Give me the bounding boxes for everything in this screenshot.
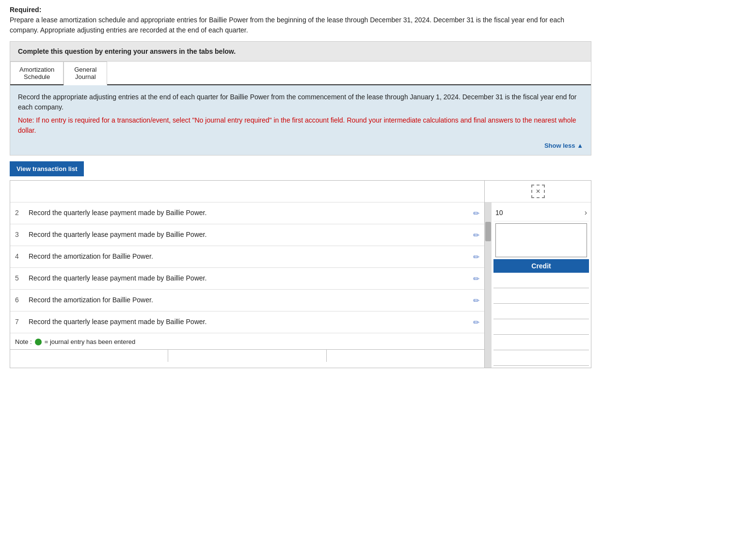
- row-desc-2: Record the quarterly lease payment made …: [24, 202, 468, 224]
- number-display-area: 10 › Credit: [492, 202, 591, 368]
- row-desc-7: Record the quarterly lease payment made …: [24, 311, 468, 333]
- scroll-area: 10 › Credit: [485, 202, 591, 368]
- tabs-container: Amortization Schedule General Journal Re…: [10, 62, 591, 156]
- row-desc-6: Record the amortization for Baillie Powe…: [24, 290, 468, 311]
- row-edit-4[interactable]: ✏: [468, 246, 484, 268]
- required-description: Prepare a lease amortization schedule an…: [10, 15, 591, 35]
- credit-section: Credit: [493, 259, 589, 366]
- credit-input-row-3[interactable]: [493, 304, 589, 319]
- credit-rows: [493, 273, 589, 366]
- row-num-5: 5: [10, 268, 24, 290]
- required-section: Required: Prepare a lease amortization s…: [10, 5, 591, 35]
- tab-amortization-schedule[interactable]: Amortization Schedule: [10, 62, 64, 84]
- transaction-table: 2 Record the quarterly lease payment mad…: [10, 202, 484, 333]
- scrollbar-handle[interactable]: [485, 222, 491, 241]
- row-num-2: 2: [10, 202, 24, 224]
- pencil-icon-4[interactable]: ✏: [473, 253, 479, 261]
- show-less-link[interactable]: Show less ▲: [544, 142, 583, 149]
- input-box[interactable]: [495, 223, 587, 257]
- tabs-row: Amortization Schedule General Journal: [10, 62, 591, 85]
- table-row: 4 Record the amortization for Baillie Po…: [10, 246, 484, 268]
- pencil-icon-7[interactable]: ✏: [473, 318, 479, 327]
- spacer-top: [10, 181, 484, 202]
- row-num-4: 4: [10, 246, 24, 268]
- row-num-3: 3: [10, 224, 24, 246]
- credit-input-row-2[interactable]: [493, 288, 589, 304]
- tab-note-red: Note: If no entry is required for a tran…: [18, 115, 583, 136]
- bottom-input-2[interactable]: [168, 350, 326, 362]
- main-table-area: 2 Record the quarterly lease payment mad…: [10, 180, 591, 368]
- row-desc-4: Record the amortization for Baillie Powe…: [24, 246, 468, 268]
- pencil-icon-2[interactable]: ✏: [473, 209, 479, 218]
- chevron-right-icon[interactable]: ›: [585, 208, 587, 217]
- credit-input-4[interactable]: [493, 321, 589, 332]
- credit-input-row-4[interactable]: [493, 319, 589, 335]
- row-num-6: 6: [10, 290, 24, 311]
- bottom-input-1[interactable]: [10, 350, 168, 362]
- show-less-container: Show less ▲: [18, 139, 583, 151]
- instruction-text: Complete this question by entering your …: [18, 47, 583, 55]
- bottom-input-row: [10, 349, 484, 362]
- table-row: 7 Record the quarterly lease payment mad…: [10, 311, 484, 333]
- top-icons-row: ✕: [485, 181, 591, 202]
- credit-input-row-5[interactable]: [493, 335, 589, 350]
- number-value: 10: [495, 209, 503, 217]
- table-row: 3 Record the quarterly lease payment mad…: [10, 224, 484, 246]
- credit-input-3[interactable]: [493, 306, 589, 317]
- table-row: 6 Record the amortization for Baillie Po…: [10, 290, 484, 311]
- row-num-7: 7: [10, 311, 24, 333]
- table-row: 5 Record the quarterly lease payment mad…: [10, 268, 484, 290]
- pencil-icon-6[interactable]: ✏: [473, 296, 479, 305]
- tab-general-journal[interactable]: General Journal: [64, 62, 107, 85]
- vertical-scrollbar[interactable]: [485, 202, 492, 368]
- credit-input-2[interactable]: [493, 290, 589, 301]
- row-edit-6[interactable]: ✏: [468, 290, 484, 311]
- note-row: Note : = journal entry has been entered: [10, 333, 484, 349]
- tab-content-area: Record the appropriate adjusting entries…: [10, 85, 591, 155]
- row-desc-5: Record the quarterly lease payment made …: [24, 268, 468, 290]
- credit-input-6[interactable]: [493, 352, 589, 363]
- credit-header: Credit: [493, 259, 589, 273]
- view-transaction-button[interactable]: View transaction list: [10, 161, 84, 176]
- note-label: Note :: [15, 338, 32, 345]
- table-row: 2 Record the quarterly lease payment mad…: [10, 202, 484, 224]
- right-panel: ✕ 10 › Credit: [485, 180, 591, 368]
- row-edit-5[interactable]: ✏: [468, 268, 484, 290]
- required-label: Required:: [10, 6, 41, 14]
- credit-input-row-6[interactable]: [493, 350, 589, 366]
- credit-input-5[interactable]: [493, 337, 589, 348]
- tab-amortization-line1: Amortization: [19, 66, 54, 73]
- number-display-row: 10 ›: [493, 204, 589, 221]
- tab-general-journal-line2: Journal: [75, 73, 96, 80]
- credit-input-row-1[interactable]: [493, 273, 589, 288]
- row-edit-7[interactable]: ✏: [468, 311, 484, 333]
- tab-amortization-line2: Schedule: [24, 73, 50, 80]
- note-text: = journal entry has been entered: [45, 338, 136, 345]
- pencil-icon-5[interactable]: ✏: [473, 275, 479, 283]
- credit-input-1[interactable]: [493, 275, 589, 286]
- bottom-input-3[interactable]: [327, 350, 484, 362]
- green-dot-icon: [35, 339, 42, 345]
- tab-main-text: Record the appropriate adjusting entries…: [18, 92, 583, 112]
- left-panel: 2 Record the quarterly lease payment mad…: [10, 180, 485, 368]
- row-edit-2[interactable]: ✏: [468, 202, 484, 224]
- pencil-icon-3[interactable]: ✏: [473, 231, 479, 239]
- x-icon[interactable]: ✕: [531, 185, 545, 198]
- row-edit-3[interactable]: ✏: [468, 224, 484, 246]
- instruction-box: Complete this question by entering your …: [10, 41, 591, 62]
- row-desc-3: Record the quarterly lease payment made …: [24, 224, 468, 246]
- tab-general-journal-line1: General: [74, 66, 96, 73]
